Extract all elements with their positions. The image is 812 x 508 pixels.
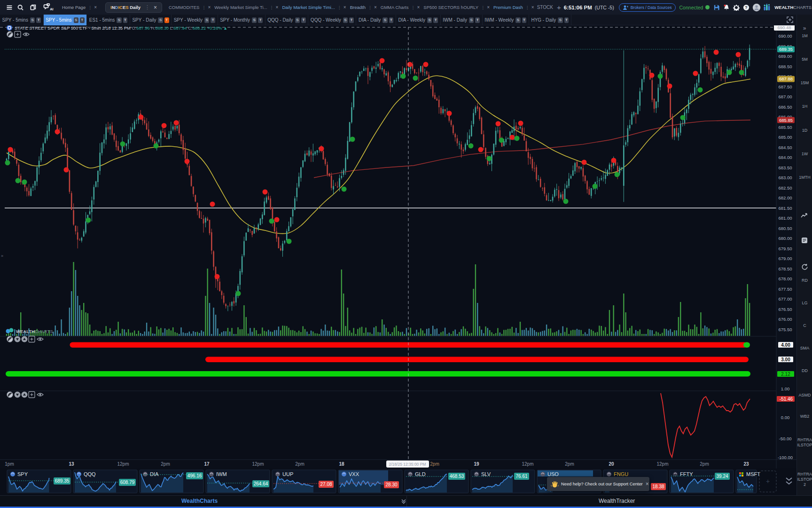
svg-text:677.00: 677.00 <box>778 296 792 302</box>
svg-text:2pm: 2pm <box>700 461 709 467</box>
svg-text:684.00: 684.00 <box>778 155 792 160</box>
svg-text:608.79: 608.79 <box>120 480 135 485</box>
svg-text:690.48: 690.48 <box>777 25 791 30</box>
svg-text:1.00: 1.00 <box>781 386 790 391</box>
svg-text:676.50: 676.50 <box>778 307 792 312</box>
svg-text:MSFT: MSFT <box>746 471 760 477</box>
svg-text:2pm: 2pm <box>295 461 304 467</box>
svg-text:687.00: 687.00 <box>778 94 792 99</box>
svg-text:4.00: 4.00 <box>781 342 790 348</box>
svg-text:685.85: 685.85 <box>779 118 793 123</box>
svg-text:2pm: 2pm <box>430 461 439 467</box>
svg-text:?: ? <box>745 5 748 10</box>
svg-text:76.61: 76.61 <box>515 474 527 479</box>
svg-text:687.88: 687.88 <box>779 76 793 81</box>
svg-text:20: 20 <box>609 461 614 467</box>
svg-text:681.50: 681.50 <box>778 206 792 211</box>
svg-text:DIA: DIA <box>150 471 159 477</box>
svg-text:39.24: 39.24 <box>716 474 728 479</box>
svg-text:12pm: 12pm <box>117 461 129 467</box>
svg-text:675.50: 675.50 <box>778 327 792 332</box>
svg-text:682.50: 682.50 <box>778 185 792 190</box>
svg-text:688.50: 688.50 <box>778 64 792 69</box>
svg-text:13: 13 <box>69 461 74 467</box>
svg-text:264.64: 264.64 <box>254 481 268 486</box>
svg-text:2pm: 2pm <box>161 461 170 467</box>
svg-text:682.00: 682.00 <box>778 195 792 200</box>
svg-text:681.00: 681.00 <box>778 215 792 221</box>
svg-text:QQQ: QQQ <box>84 471 96 477</box>
svg-text:1pm: 1pm <box>5 461 14 467</box>
svg-text:496.16: 496.16 <box>187 473 202 478</box>
svg-text:WEALTHCHARTS: WEALTHCHARTS <box>16 329 53 334</box>
svg-text:689.35: 689.35 <box>55 478 70 484</box>
svg-text:689.00: 689.00 <box>778 54 792 59</box>
svg-text:685.00: 685.00 <box>778 135 792 140</box>
svg-text:-50.00: -50.00 <box>779 436 792 441</box>
svg-text:690.00: 690.00 <box>778 33 792 39</box>
svg-text:IWM: IWM <box>216 471 227 477</box>
svg-text:18.38: 18.38 <box>652 484 664 489</box>
svg-text:GLD: GLD <box>415 471 426 477</box>
svg-text:679.50: 679.50 <box>778 246 792 251</box>
svg-text:SLV: SLV <box>481 471 491 477</box>
svg-text:STATE STREET SPDR S&P 500 ETF: STATE STREET SPDR S&P 500 ETF - 5min 2/1… <box>15 26 227 31</box>
svg-text:678.50: 678.50 <box>778 266 792 271</box>
svg-text:676.00: 676.00 <box>778 317 792 322</box>
svg-text:28.30: 28.30 <box>385 482 397 487</box>
svg-text:2pm: 2pm <box>565 461 574 467</box>
svg-text:12pm: 12pm <box>656 461 668 467</box>
svg-text:680.50: 680.50 <box>778 226 792 231</box>
svg-text:19: 19 <box>474 461 479 467</box>
svg-text:VXX: VXX <box>349 471 359 477</box>
svg-text:680.00: 680.00 <box>778 236 792 241</box>
svg-text:17: 17 <box>204 461 210 467</box>
svg-text:678.00: 678.00 <box>778 276 792 281</box>
svg-text:468.53: 468.53 <box>450 474 464 479</box>
svg-text:686.50: 686.50 <box>778 104 792 110</box>
svg-text:27.08: 27.08 <box>320 482 332 487</box>
svg-text:685.50: 685.50 <box>778 125 792 130</box>
svg-text:18: 18 <box>339 461 344 467</box>
svg-text:FNGU: FNGU <box>614 471 628 477</box>
svg-text:12pm: 12pm <box>522 461 533 467</box>
svg-text:-100.00: -100.00 <box>778 455 793 460</box>
svg-text:»: » <box>1 254 3 258</box>
svg-text:679.00: 679.00 <box>778 256 792 261</box>
svg-text:689.35: 689.35 <box>779 47 793 52</box>
svg-text:UUP: UUP <box>282 471 293 477</box>
svg-text:12pm: 12pm <box>252 461 264 467</box>
svg-text:-51.46: -51.46 <box>780 397 793 402</box>
svg-text:+: + <box>766 477 770 485</box>
svg-text:687.50: 687.50 <box>778 84 792 89</box>
svg-text:677.50: 677.50 <box>778 286 792 292</box>
svg-text:23: 23 <box>743 461 749 467</box>
svg-text:2.12: 2.12 <box>781 372 790 377</box>
svg-text:0.00: 0.00 <box>781 415 790 420</box>
svg-text:AI: AI <box>50 7 53 11</box>
svg-text:683.00: 683.00 <box>778 175 792 180</box>
svg-text:684.50: 684.50 <box>778 145 792 150</box>
svg-text:2/18/25 12:35:00 PM: 2/18/25 12:35:00 PM <box>389 462 426 467</box>
svg-text:3.00: 3.00 <box>781 357 790 362</box>
svg-text:683.50: 683.50 <box>778 165 792 170</box>
svg-text:SPY: SPY <box>17 471 28 477</box>
svg-text:USO: USO <box>547 471 559 477</box>
